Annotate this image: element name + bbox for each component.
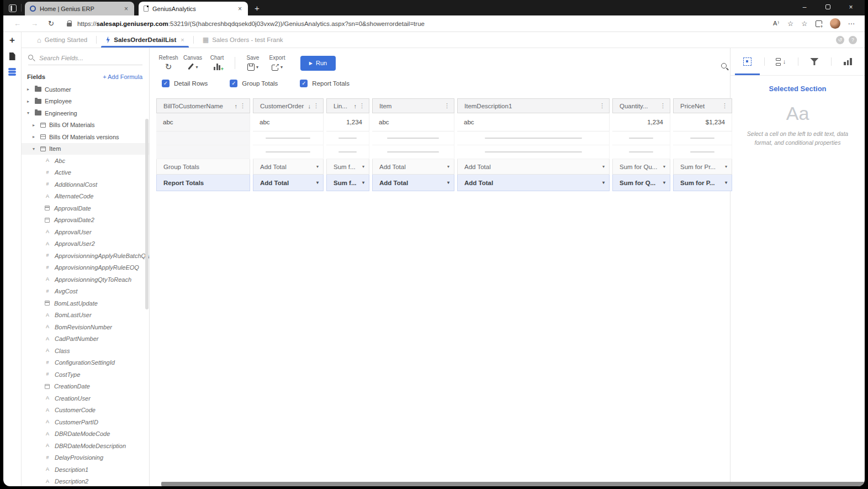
sort-asc-icon[interactable]: ↑ [354,103,357,109]
grid-cell[interactable]: abc [156,113,250,132]
collections-icon[interactable] [816,20,822,27]
grid-cell[interactable] [673,132,732,145]
tab-sales-orders-report[interactable]: ▦ Sales Orders - test Frank [197,32,289,48]
help-icon[interactable]: ? [849,36,857,44]
field-item[interactable]: ADBRDateModeCode [22,428,149,440]
grid-cell[interactable] [457,145,610,159]
read-aloud-icon[interactable]: A⁾ [773,20,780,27]
grid-cell[interactable] [326,132,369,145]
column-header[interactable]: Quantity...⋮ [612,98,670,113]
chevron-right-icon[interactable]: ▸ [27,87,31,92]
tab-getting-started[interactable]: ⌂ Getting Started [31,32,93,48]
grid-cell[interactable]: 1,234 [612,113,670,132]
horizontal-scrollbar[interactable] [161,482,865,486]
lock-icon[interactable] [67,23,72,27]
group-total-dropdown[interactable]: Sum f...▾ [326,159,369,175]
option-detail-rows[interactable]: ✓ Detail Rows [162,80,208,87]
profile-avatar[interactable] [830,18,840,29]
field-item[interactable]: ACustomerCode [22,404,149,417]
grid-cell[interactable] [612,145,670,159]
column-header[interactable]: PriceNet⋮ [673,98,732,113]
column-header[interactable]: Lin...↑⋮ [326,98,369,113]
maximize-button[interactable] [816,3,839,11]
field-item[interactable]: ApprovalDate [22,202,149,214]
grid-cell[interactable]: abc [253,113,324,132]
group-total-dropdown[interactable]: Add Total▾ [457,159,610,175]
field-item[interactable]: ACadPartNumber [22,333,149,345]
field-item[interactable]: AApprovalUser [22,226,149,238]
chevron-right-icon[interactable]: ▸ [27,99,31,104]
field-item[interactable]: BomLastUpdate [22,297,149,309]
chevron-down-icon[interactable]: ▾ [27,111,31,115]
report-total-dropdown[interactable]: Sum f...▾ [326,175,369,191]
run-button[interactable]: ▶ Run [300,56,336,71]
chevron-right-icon[interactable]: ▸ [33,134,37,139]
grid-cell[interactable] [156,145,250,159]
url-field[interactable]: https://salesapi.geniuserp.com:53219/(S(… [77,20,773,27]
field-item[interactable]: AAbc [22,155,149,167]
add-report-icon[interactable]: + [9,35,15,45]
column-menu-icon[interactable]: ⋮ [598,102,606,109]
chart-button[interactable]: Chart + [205,55,229,72]
field-item[interactable]: #ApprovisionningApplyRuleBatchQty [22,250,149,262]
field-item[interactable]: ABomRevisionNumber [22,321,149,333]
add-favorite-icon[interactable]: ☆ [787,19,793,28]
grid-cell[interactable] [253,132,324,145]
minimize-button[interactable]: – [793,3,816,11]
tab-filters[interactable] [798,48,832,75]
field-item[interactable]: ABomLastUser [22,309,149,322]
column-header[interactable]: ItemDescription1⋮ [457,98,610,113]
workspaces-icon[interactable] [9,4,17,12]
history-icon[interactable]: ↺ [836,36,844,44]
field-item[interactable]: #DelayProvisioning [22,452,149,464]
tree-node-customer[interactable]: ▸ Customer [22,83,149,96]
grid-cell[interactable]: abc [457,113,610,132]
group-total-dropdown[interactable]: Add Total▾ [253,159,324,175]
report-total-dropdown[interactable]: Sum for Q...▾ [612,175,670,191]
field-item[interactable]: #ApprovisionningApplyRuleEOQ [22,262,149,274]
group-total-dropdown[interactable]: Add Total▾ [372,159,454,175]
field-item[interactable]: #ConfigurationSettingId [22,357,149,369]
report-total-dropdown[interactable]: Add Total▾ [457,175,610,191]
field-item[interactable]: ADescription1 [22,464,149,476]
tab-salesorderdetaillist[interactable]: SalesOrderDetailList × [100,32,190,48]
canvas-button[interactable]: Canvas ▾ [181,55,205,72]
tree-node-employee[interactable]: ▸ Employee [22,96,149,108]
sidebar-scrollbar[interactable] [145,119,149,309]
grid-cell[interactable] [372,145,454,159]
refresh-button[interactable]: Refresh ↻ [156,55,181,72]
tree-node-bom-versions[interactable]: ▸ Bills Of Materials versions [22,131,149,143]
tab-sections-order[interactable]: ↓ [764,48,798,75]
column-header[interactable]: CustomerOrder↓⋮ [253,98,324,113]
browser-tab-analytics[interactable]: GeniusAnalytics × [139,2,248,15]
grid-cell[interactable] [372,132,454,145]
data-sources-icon[interactable] [8,68,16,76]
option-report-totals[interactable]: ✓ Report Totals [300,80,350,87]
field-item[interactable]: #AdditionnalCost [22,178,149,191]
grid-cell[interactable] [673,145,732,159]
tree-node-bills-of-materials[interactable]: ▸ Bills Of Materials [22,119,149,132]
forward-icon[interactable]: → [31,19,38,28]
grid-cell[interactable] [253,145,324,159]
sort-desc-icon[interactable]: ↓ [308,103,311,109]
column-menu-icon[interactable]: ⋮ [659,102,667,109]
grid-cell[interactable] [156,132,250,145]
column-menu-icon[interactable]: ⋮ [312,102,320,109]
tab-chart[interactable] [831,48,865,75]
column-header[interactable]: Item⋮ [372,98,454,113]
column-header[interactable]: BillToCustomerName↑⋮ [156,98,250,113]
field-item[interactable]: AAlternateCode [22,191,149,203]
tree-node-item[interactable]: ▾ Item [22,143,149,155]
column-menu-icon[interactable]: ⋮ [721,102,729,109]
reload-icon[interactable]: ↻ [48,19,54,28]
field-item[interactable]: CreationDate [22,381,149,393]
column-menu-icon[interactable]: ⋮ [358,102,366,109]
new-tab-button[interactable]: + [255,3,260,13]
add-formula-link[interactable]: + Add Formula [103,73,142,80]
tab-selection[interactable] [731,48,764,75]
grid-cell[interactable] [326,145,369,159]
field-item[interactable]: #AvgCost [22,286,149,298]
report-total-dropdown[interactable]: Sum for P...▾ [673,175,732,191]
column-menu-icon[interactable]: ⋮ [443,102,451,109]
checkbox-checked-icon[interactable]: ✓ [300,80,308,87]
